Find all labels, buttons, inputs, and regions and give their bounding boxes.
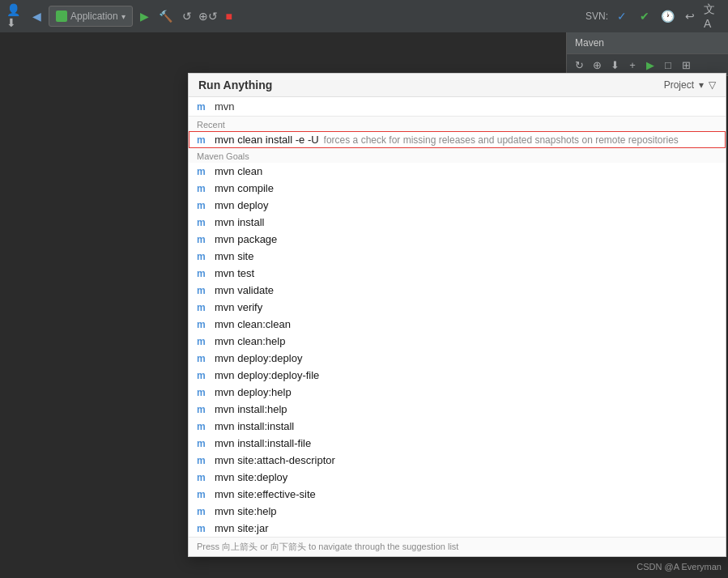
goal-mvn-icon: m	[197, 217, 210, 228]
filter-arrow-icon: ▾	[699, 79, 704, 91]
svn-translate-icon[interactable]: 文A	[704, 7, 722, 25]
svn-update-icon[interactable]: ✓	[613, 7, 631, 25]
goal-mvn-icon: m	[197, 489, 210, 500]
goal-text: mvn site:help	[215, 505, 277, 517]
goal-item[interactable]: mmvn clean:help	[189, 333, 726, 350]
run-icon[interactable]: ▶	[136, 7, 154, 25]
stop-icon[interactable]: ■	[220, 7, 238, 25]
goal-text: mvn install:help	[215, 403, 287, 415]
goal-item[interactable]: mmvn deploy:help	[189, 384, 726, 401]
maven-run-icon[interactable]: ▶	[643, 57, 658, 72]
popup-title: Run Anything	[198, 79, 272, 91]
goal-mvn-icon: m	[197, 166, 210, 177]
goal-item[interactable]: mmvn site:effective-site	[189, 486, 726, 503]
goal-mvn-icon: m	[197, 472, 210, 483]
maven-panel: Maven ↻ ⊕ ⬇ + ▶ □ ⊞	[566, 32, 728, 76]
goal-item[interactable]: mmvn deploy:deploy	[189, 350, 726, 367]
goal-item[interactable]: mmvn clean	[189, 163, 726, 180]
goal-item[interactable]: mmvn install	[189, 214, 726, 231]
filter-funnel-icon: ▽	[709, 79, 716, 91]
maven-stop-icon[interactable]: □	[661, 57, 675, 72]
goal-mvn-icon: m	[197, 183, 210, 194]
recent-item[interactable]: m mvn clean install -e -U forces a check…	[189, 131, 726, 148]
goal-mvn-icon: m	[197, 302, 210, 313]
goal-text: mvn site:deploy	[215, 471, 287, 483]
popup-footer: Press 向上箭头 or 向下箭头 to navigate through t…	[189, 537, 726, 556]
main-toolbar: 👤⬇ ◀ Application ▾ ▶ 🔨 ↺ ⊕↺ ■ SVN: ✓ ✔ 🕐…	[0, 0, 728, 32]
goal-item[interactable]: mmvn package	[189, 231, 726, 248]
goal-item[interactable]: mmvn install:install-file	[189, 435, 726, 452]
goal-mvn-icon: m	[197, 319, 210, 330]
goal-item[interactable]: mmvn verify	[189, 299, 726, 316]
app-run-icon	[56, 11, 67, 22]
goal-text: mvn compile	[215, 182, 274, 194]
goal-mvn-icon: m	[197, 268, 210, 279]
svn-section: SVN: ✓ ✔ 🕐 ↩ 文A	[585, 7, 722, 25]
recent-description: forces a check for missing releases and …	[324, 134, 679, 146]
maven-reload-icon[interactable]: ↻	[572, 57, 586, 72]
goal-item[interactable]: mmvn validate	[189, 282, 726, 299]
recent-command: mvn clean install -e -U	[215, 134, 319, 146]
goal-item[interactable]: mmvn site:deploy	[189, 469, 726, 486]
goal-item[interactable]: mmvn install:help	[189, 401, 726, 418]
goal-text: mvn install	[215, 216, 264, 228]
goal-text: mvn clean	[215, 165, 262, 177]
goal-item[interactable]: mmvn install:install	[189, 418, 726, 435]
filter-label: Project	[664, 79, 694, 91]
goals-container: mmvn cleanmmvn compilemmvn deploymmvn in…	[189, 163, 726, 537]
goal-text: mvn site:attach-descriptor	[215, 454, 335, 466]
goal-item[interactable]: mmvn clean:clean	[189, 316, 726, 333]
goal-mvn-icon: m	[197, 387, 210, 398]
goal-text: mvn test	[215, 267, 254, 279]
goal-mvn-icon: m	[197, 200, 210, 211]
goal-text: mvn site	[215, 250, 253, 262]
maven-plus-icon[interactable]: +	[625, 57, 640, 72]
goal-mvn-icon: m	[197, 234, 210, 245]
maven-download-icon[interactable]: ⬇	[607, 57, 622, 72]
more-run-icon[interactable]: ⊕↺	[199, 7, 217, 25]
goal-item[interactable]: mmvn test	[189, 265, 726, 282]
goal-item[interactable]: mmvn site:jar	[189, 520, 726, 537]
goal-item[interactable]: mmvn deploy:deploy-file	[189, 367, 726, 384]
goal-mvn-icon: m	[197, 251, 210, 262]
run-anything-search-input[interactable]	[215, 100, 717, 113]
maven-expand-icon[interactable]: ⊞	[679, 57, 693, 72]
popup-list: Recent m mvn clean install -e -U forces …	[189, 117, 726, 537]
maven-panel-title: Maven	[567, 32, 728, 54]
popup-filter[interactable]: Project ▾ ▽	[664, 79, 716, 91]
goal-item[interactable]: mmvn compile	[189, 180, 726, 197]
reload-icon[interactable]: ↺	[178, 7, 196, 25]
commit-icon[interactable]: 👤⬇	[6, 7, 24, 25]
svn-history-icon[interactable]: 🕐	[658, 7, 676, 25]
run-config-label: Application	[70, 11, 118, 22]
goal-mvn-icon: m	[197, 404, 210, 415]
back-icon[interactable]: ◀	[28, 7, 45, 25]
run-config-button[interactable]: Application ▾	[49, 6, 133, 27]
goal-mvn-icon: m	[197, 438, 210, 449]
search-mvn-icon: m	[197, 101, 210, 113]
maven-add-icon[interactable]: ⊕	[590, 57, 604, 72]
goal-text: mvn deploy	[215, 199, 268, 211]
goal-text: mvn validate	[215, 284, 274, 296]
goal-text: mvn clean:help	[215, 335, 285, 347]
goal-text: mvn deploy:deploy-file	[215, 369, 319, 381]
goal-mvn-icon: m	[197, 370, 210, 381]
popup-header: Run Anything Project ▾ ▽	[189, 74, 726, 97]
goal-text: mvn install:install	[215, 420, 294, 432]
goal-text: mvn install:install-file	[215, 437, 311, 449]
maven-goals-label: Maven Goals	[189, 148, 726, 163]
goal-text: mvn deploy:deploy	[215, 352, 302, 364]
goal-item[interactable]: mmvn site:attach-descriptor	[189, 452, 726, 469]
goal-text: mvn verify	[215, 301, 262, 313]
goal-item[interactable]: mmvn deploy	[189, 197, 726, 214]
svn-revert-icon[interactable]: ↩	[681, 7, 699, 25]
goal-mvn-icon: m	[197, 523, 210, 534]
run-anything-popup: Run Anything Project ▾ ▽ m Recent m mvn …	[188, 73, 726, 557]
build-icon[interactable]: 🔨	[157, 7, 175, 25]
goal-item[interactable]: mmvn site	[189, 248, 726, 265]
goal-text: mvn clean:clean	[215, 318, 291, 330]
goal-mvn-icon: m	[197, 336, 210, 347]
svn-commit-icon[interactable]: ✔	[636, 7, 653, 25]
goal-mvn-icon: m	[197, 353, 210, 364]
goal-item[interactable]: mmvn site:help	[189, 503, 726, 520]
